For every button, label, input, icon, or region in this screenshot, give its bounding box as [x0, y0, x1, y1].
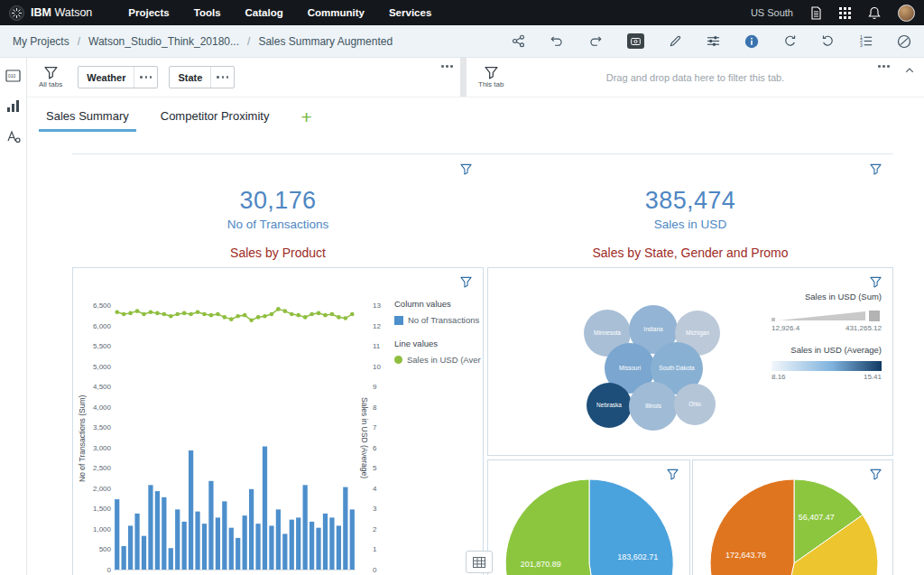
undo-icon[interactable]	[550, 34, 564, 48]
visualizations-icon[interactable]	[6, 99, 20, 113]
filter-drop-hint: Drag and drop data here to filter this t…	[606, 72, 785, 83]
brand-product: Watson	[54, 6, 92, 19]
refresh-icon[interactable]	[821, 34, 835, 48]
kpi-transactions-label: No of Transactions	[227, 218, 329, 231]
more-options-icon[interactable]	[441, 65, 453, 68]
capture-button[interactable]	[627, 33, 644, 49]
breadcrumb-my-projects[interactable]: My Projects	[13, 35, 69, 48]
legend-sum-min: 12,926.4	[772, 324, 799, 332]
pie-chart-left[interactable]: 183,602.71201,870.89	[487, 459, 690, 575]
filter-row: All tabs Weather State This tab Drag	[27, 58, 924, 97]
more-options-icon[interactable]	[878, 65, 890, 68]
breadcrumb-project[interactable]: Watson_Studio_Think_20180...	[88, 35, 239, 48]
kpi-funnel-icon[interactable]	[460, 163, 472, 175]
redo-icon[interactable]	[588, 34, 603, 48]
top-nav-menu: Projects Tools Catalog Community Service…	[128, 7, 431, 18]
combo-plot[interactable]	[114, 306, 356, 570]
chart-funnel-icon[interactable]	[870, 468, 882, 480]
this-tab-funnel-icon	[485, 66, 498, 79]
data-tray-button[interactable]	[466, 551, 493, 573]
filter-chip-state[interactable]: State	[169, 66, 235, 88]
widgets-icon[interactable]	[6, 130, 21, 144]
svg-text:Nebraska: Nebraska	[596, 402, 622, 408]
grid-icon	[473, 557, 485, 568]
chart-funnel-icon[interactable]	[870, 276, 882, 288]
region-label: US South	[751, 7, 793, 18]
breadcrumb-dashboard[interactable]: Sales Summary Augmented	[258, 35, 393, 48]
nav-item-community[interactable]: Community	[308, 7, 365, 18]
filter-panel-divider	[460, 58, 467, 97]
combo-ticks-right: 131211109876543210	[373, 306, 394, 570]
svg-text:Ohio: Ohio	[688, 401, 701, 407]
legend-sum-label: Sales in USD (Sum)	[772, 292, 882, 301]
color-legend-gradient	[772, 361, 882, 371]
kpi-sales-label: Sales in USD	[654, 218, 726, 231]
combo-legend: Column values No of Transactions (... Li…	[394, 299, 481, 378]
user-avatar[interactable]	[898, 5, 915, 22]
pen-icon[interactable]	[669, 34, 682, 48]
svg-text:172,643.76: 172,643.76	[725, 551, 766, 560]
filter-chip-weather[interactable]: Weather	[78, 66, 158, 88]
sales-by-state-title: Sales by State, Gender and Promo	[487, 246, 893, 260]
svg-text:Illinois: Illinois	[645, 403, 662, 409]
sales-by-product-chart[interactable]: No of Transactions (Sum) 6,5006,0005,500…	[72, 267, 484, 575]
watson-logo-icon	[9, 5, 24, 21]
svg-text:201,870.89: 201,870.89	[521, 560, 561, 569]
legend-line-label: Sales in USD (Avera...	[407, 355, 481, 365]
breadcrumb-separator: /	[247, 35, 250, 48]
legend-column-label: No of Transactions (...	[408, 315, 481, 325]
pie-chart-right[interactable]: 56,407.47141,244.28172,643.76	[692, 459, 893, 575]
all-tabs-funnel-icon	[44, 66, 58, 79]
collapse-chevron-icon[interactable]	[904, 65, 915, 76]
tab-competitor-proximity[interactable]: Competitor Proximity	[161, 109, 270, 132]
svg-text:010: 010	[8, 73, 16, 79]
numbered-list-icon[interactable]: 123	[859, 34, 873, 48]
info-icon[interactable]	[744, 34, 759, 49]
all-tabs-filter[interactable]: All tabs	[39, 66, 62, 88]
chart-funnel-icon[interactable]	[667, 468, 679, 480]
blocked-icon[interactable]	[897, 34, 911, 49]
legend-column-header: Column values	[394, 299, 481, 309]
svg-text:South Dakota: South Dakota	[659, 365, 695, 371]
this-tab-filter[interactable]: This tab	[478, 66, 504, 88]
nav-item-tools[interactable]: Tools	[194, 7, 221, 18]
all-tabs-filter-panel: All tabs Weather State	[27, 58, 460, 97]
nav-item-projects[interactable]: Projects	[128, 7, 169, 18]
left-sidebar: 010	[0, 58, 27, 575]
svg-text:Indiana: Indiana	[643, 326, 663, 332]
this-tab-label: This tab	[478, 80, 504, 88]
chip-menu-icon[interactable]	[210, 67, 234, 88]
legend-avg-max: 15.41	[864, 373, 882, 381]
column-swatch	[394, 316, 403, 325]
tab-sales-summary[interactable]: Sales Summary	[46, 109, 129, 132]
svg-text:183,602.71: 183,602.71	[617, 552, 658, 561]
bubble-legend: Sales in USD (Sum) 12,926.4 431,265.12 S…	[772, 292, 882, 381]
nav-item-catalog[interactable]: Catalog	[245, 7, 283, 18]
kpi-funnel-icon[interactable]	[870, 163, 882, 175]
pie-right-svg[interactable]: 56,407.47141,244.28172,643.76	[693, 460, 894, 575]
dashboard-toolbar: 123	[512, 33, 911, 49]
breadcrumb: My Projects / Watson_Studio_Think_20180.…	[13, 35, 393, 48]
dashboard-canvas: 30,176 No of Transactions 385,474 Sales …	[27, 132, 924, 575]
dashboard-tabs: Sales Summary Competitor Proximity +	[27, 97, 924, 132]
size-legend-wedge	[772, 309, 882, 322]
all-tabs-label: All tabs	[39, 80, 62, 88]
document-icon[interactable]	[810, 6, 822, 20]
pie-left-svg[interactable]: 183,602.71201,870.89	[488, 460, 691, 575]
sliders-icon[interactable]	[707, 34, 720, 48]
chart-funnel-icon[interactable]	[460, 276, 472, 288]
share-icon[interactable]	[512, 34, 525, 48]
legend-avg-label: Sales in USD (Average)	[772, 345, 882, 355]
ibm-watson-brand[interactable]: IBM Watson	[9, 5, 92, 21]
top-nav: IBM Watson Projects Tools Catalog Commun…	[0, 0, 924, 25]
apps-grid-icon[interactable]	[839, 7, 851, 19]
bell-icon[interactable]	[868, 6, 881, 20]
chip-menu-icon[interactable]	[134, 67, 157, 88]
reset-icon[interactable]	[783, 34, 797, 48]
nav-item-services[interactable]: Services	[389, 7, 431, 18]
add-tab-button[interactable]: +	[300, 109, 311, 132]
legend-sum-max: 431,265.12	[845, 324, 882, 332]
data-sources-icon[interactable]: 010	[5, 70, 21, 82]
combo-ticks-left: 6,5006,0005,5005,0004,5004,0003,5003,000…	[84, 306, 111, 570]
sales-by-state-chart[interactable]: MinnesotaIndianaMichiganMissouriSouth Da…	[487, 267, 893, 456]
